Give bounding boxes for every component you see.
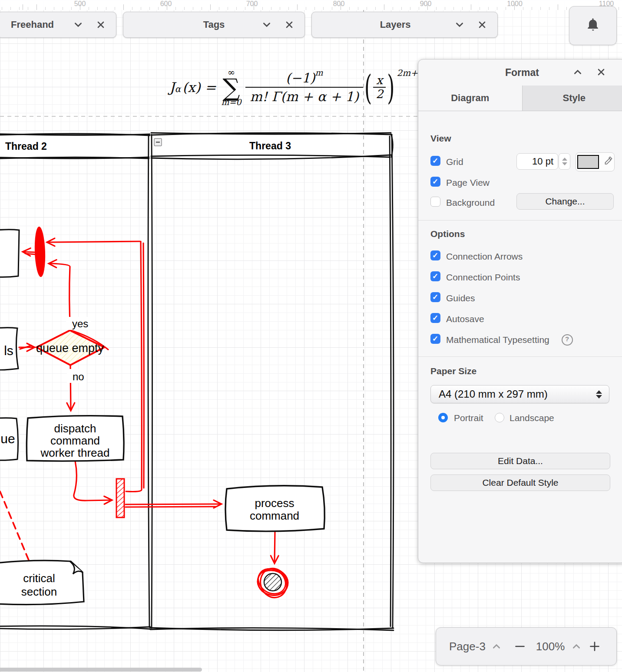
tab-diagram[interactable]: Diagram: [418, 86, 522, 111]
connection-arrows-checkbox[interactable]: [430, 250, 440, 260]
dispatch-node[interactable]: dispatch command worker thread: [26, 416, 124, 461]
chevron-down-icon[interactable]: [261, 19, 272, 30]
close-icon[interactable]: [596, 66, 607, 78]
page-selector[interactable]: Page-3: [449, 640, 486, 653]
autosave-label: Autosave: [446, 314, 484, 324]
partial-box-top[interactable]: [0, 230, 19, 277]
tags-panel[interactable]: Tags: [123, 12, 305, 38]
formula-lhs: Jα(x) =: [169, 79, 216, 95]
dispatch-line2: command: [50, 434, 100, 447]
change-background-button[interactable]: Change...: [516, 193, 614, 210]
chevron-down-icon[interactable]: [454, 19, 465, 30]
grid-size-stepper[interactable]: [559, 153, 570, 170]
chevron-down-icon[interactable]: [73, 19, 84, 30]
critical-line2: section: [21, 585, 57, 598]
background-checkbox[interactable]: [430, 197, 440, 207]
connection-points-checkbox[interactable]: [430, 271, 440, 281]
view-section-heading: View: [430, 133, 451, 144]
background-label: Background: [446, 198, 495, 208]
critical-section-note[interactable]: critical section: [0, 560, 84, 604]
collapse-panel-icon[interactable]: [572, 66, 583, 78]
edit-data-button[interactable]: Edit Data...: [430, 453, 610, 469]
stepper-up-icon[interactable]: [562, 158, 567, 161]
ruler-mark: 500: [74, 0, 86, 8]
page-chevron-up-icon[interactable]: [491, 641, 502, 652]
decision-label: queue empty: [36, 342, 104, 355]
drawio-canvas-app: Thread 2 Thread 3 ls ue: [0, 0, 622, 672]
layers-panel-title: Layers: [380, 19, 411, 30]
decision-queue-empty[interactable]: queue empty: [36, 330, 109, 365]
zoom-chevron-up-icon[interactable]: [571, 641, 582, 652]
clear-default-style-button[interactable]: Clear Default Style: [430, 474, 610, 491]
ruler-mark: 1000: [507, 0, 523, 8]
guides-checkbox[interactable]: [430, 292, 440, 302]
freehand-panel[interactable]: Freehand: [0, 12, 116, 38]
edge-label-no[interactable]: no: [73, 371, 84, 382]
portrait-label: Portrait: [454, 413, 483, 423]
paper-size-value: A4 (210 mm x 297 mm): [431, 388, 596, 400]
ruler-mark: 900: [420, 0, 432, 8]
bell-icon: [585, 17, 601, 34]
sync-bar-node[interactable]: [116, 479, 124, 517]
horizontal-scrollbar-thumb[interactable]: [0, 668, 202, 672]
lane-thread3-title: Thread 3: [249, 140, 291, 152]
page-zoom-bar: Page-3 100%: [436, 627, 617, 665]
partial-box-mid-label: ls: [4, 343, 13, 358]
grid-checkbox[interactable]: [430, 156, 440, 166]
select-arrows-icon: [596, 390, 602, 399]
zoom-in-icon[interactable]: [589, 641, 600, 652]
end-node-scribble[interactable]: [254, 564, 291, 601]
tab-style[interactable]: Style: [522, 86, 622, 111]
grid-color-button[interactable]: [576, 152, 615, 171]
formula-close-paren: ): [387, 67, 394, 107]
process-node[interactable]: process command: [225, 486, 324, 531]
bessel-formula-shape[interactable]: Jα(x) = ∞ ∑ m=0 (−1)m m! Γ(m + α + 1) ( …: [169, 64, 423, 110]
process-line1: process: [255, 497, 294, 510]
lane-thread3-border[interactable]: [150, 133, 394, 630]
zoom-level[interactable]: 100%: [536, 640, 565, 653]
close-icon[interactable]: [284, 19, 295, 30]
guides-label: Guides: [446, 293, 475, 303]
math-typesetting-label: Mathematical Typesetting: [446, 335, 549, 345]
format-panel: Format Diagram Style View Grid 10 pt: [418, 59, 622, 563]
formula-inner-fraction: x 2: [373, 74, 386, 101]
formula-sum: ∞ ∑ m=0: [221, 68, 241, 106]
grid-color-swatch: [577, 155, 599, 169]
autosave-checkbox[interactable]: [430, 313, 440, 323]
paper-size-select[interactable]: A4 (210 mm x 297 mm): [430, 385, 609, 403]
grid-label: Grid: [446, 157, 463, 167]
eyedropper-icon: [602, 156, 613, 168]
layers-panel[interactable]: Layers: [311, 12, 498, 38]
critical-line1: critical: [23, 572, 55, 585]
lane-collapse-icon[interactable]: [154, 138, 162, 146]
stepper-down-icon[interactable]: [562, 162, 567, 165]
red-dashed-edge[interactable]: [0, 481, 29, 560]
ruler-mark: 600: [160, 0, 172, 8]
math-typesetting-checkbox[interactable]: [430, 334, 440, 344]
close-icon[interactable]: [95, 19, 106, 30]
connection-points-label: Connection Points: [446, 272, 520, 283]
close-icon[interactable]: [476, 19, 488, 30]
format-panel-header[interactable]: Format: [418, 59, 622, 86]
formula-fraction: (−1)m m! Γ(m + α + 1): [245, 70, 363, 104]
process-line2: command: [250, 509, 299, 522]
grid-size-input[interactable]: 10 pt: [516, 153, 558, 170]
portrait-radio[interactable]: [438, 413, 448, 422]
dispatch-line3: worker thread: [40, 446, 110, 459]
page-view-checkbox[interactable]: [430, 177, 440, 187]
landscape-radio[interactable]: [495, 413, 504, 422]
connection-arrows-label: Connection Arrows: [446, 251, 523, 262]
landscape-label: Landscape: [510, 413, 554, 423]
ruler-mark: 800: [333, 0, 345, 8]
edge-label-yes[interactable]: yes: [72, 318, 88, 329]
help-icon[interactable]: [562, 334, 573, 346]
tags-panel-title: Tags: [203, 19, 225, 30]
lane-thread2-title: Thread 2: [5, 141, 47, 152]
partial-box-bottom-label: ue: [0, 432, 15, 446]
options-section-heading: Options: [430, 229, 465, 239]
notifications-button[interactable]: [569, 6, 617, 45]
page-view-label: Page View: [446, 178, 490, 188]
zoom-out-icon[interactable]: [514, 641, 526, 652]
ruler-mark: 700: [246, 0, 258, 8]
fork-bar-node[interactable]: [34, 227, 46, 277]
